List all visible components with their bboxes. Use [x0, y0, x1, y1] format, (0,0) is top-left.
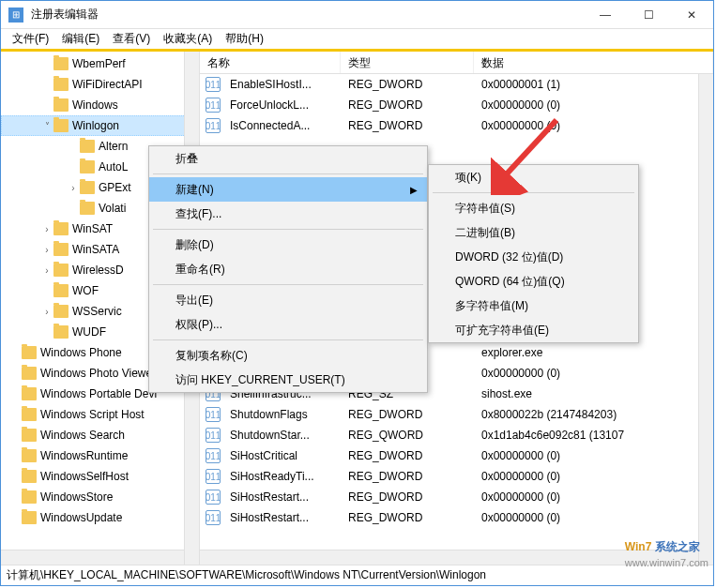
expand-arrow-icon[interactable]: ›	[40, 265, 53, 276]
folder-icon	[53, 98, 69, 112]
value-data: 0x00000000 (0)	[474, 98, 713, 112]
context-submenu-new[interactable]: 项(K)字符串值(S)二进制值(B)DWORD (32 位)值(D)QWORD …	[428, 164, 639, 343]
menu-edit[interactable]: 编辑(E)	[56, 29, 105, 49]
column-type[interactable]: 类型	[341, 52, 474, 73]
value-row[interactable]: 011 IsConnectedA... REG_DWORD 0x00000000…	[200, 115, 713, 136]
value-row[interactable]: 011 SiHostCritical REG_DWORD 0x00000000 …	[200, 445, 713, 466]
context-menu-item[interactable]: 权限(P)...	[149, 312, 427, 337]
value-row[interactable]: 011 SiHostRestart... REG_DWORD 0x0000000…	[200, 507, 713, 528]
context-submenu-item[interactable]: 二进制值(B)	[429, 220, 638, 245]
list-scrollbar-horizontal[interactable]	[200, 550, 698, 565]
tree-label: WiFiDirectAPI	[72, 78, 143, 91]
tree-item[interactable]: WbemPerf	[1, 53, 199, 74]
tree-label: WindowsSelfHost	[40, 470, 129, 483]
value-icon: 011	[206, 510, 221, 525]
value-row[interactable]: 011 SiHostReadyTi... REG_DWORD 0x0000000…	[200, 466, 713, 487]
column-data[interactable]: 数据	[474, 52, 713, 73]
tree-item[interactable]: WiFiDirectAPI	[1, 74, 199, 95]
menu-favorites[interactable]: 收藏夹(A)	[158, 29, 218, 49]
tree-item[interactable]: WindowsRuntime	[1, 445, 199, 466]
tree-label: WindowsUpdate	[40, 511, 122, 524]
minimize-button[interactable]: —	[584, 1, 627, 28]
tree-label: Windows Script Host	[40, 408, 145, 421]
value-type: REG_DWORD	[341, 78, 474, 91]
context-submenu-item[interactable]: QWORD (64 位)值(Q)	[429, 269, 638, 294]
value-icon: 011	[206, 490, 221, 505]
expand-arrow-icon[interactable]: ›	[67, 183, 80, 193]
folder-icon	[22, 511, 37, 524]
tree-label: GPExt	[99, 181, 131, 194]
expand-arrow-icon[interactable]: ›	[40, 224, 53, 234]
folder-icon	[22, 490, 37, 504]
context-menu-item[interactable]: 访问 HKEY_CURRENT_USER(T)	[149, 368, 427, 392]
tree-item[interactable]: WindowsSelfHost	[1, 466, 199, 487]
expand-arrow-icon[interactable]: ›	[40, 307, 53, 317]
folder-icon	[53, 57, 69, 70]
context-menu-item[interactable]: 折叠	[149, 146, 427, 171]
tree-item[interactable]: ˅ Winlogon	[1, 115, 199, 136]
menu-help[interactable]: 帮助(H)	[220, 29, 269, 49]
tree-item[interactable]: Windows Search	[1, 425, 199, 445]
value-icon: 011	[206, 407, 221, 422]
expand-arrow-icon[interactable]: ˅	[40, 121, 53, 131]
tree-label: Windows	[72, 98, 118, 112]
value-data: 0x8000022b (2147484203)	[474, 408, 713, 421]
tree-item[interactable]: Windows	[1, 95, 199, 115]
menu-file[interactable]: 文件(F)	[7, 29, 54, 49]
context-menu[interactable]: 折叠新建(N)▶查找(F)...删除(D)重命名(R)导出(E)权限(P)...…	[148, 145, 428, 393]
tree-scrollbar-horizontal[interactable]	[1, 550, 184, 565]
context-menu-item[interactable]: 删除(D)	[149, 233, 427, 257]
context-submenu-label: 二进制值(B)	[455, 225, 515, 241]
value-type: REG_DWORD	[341, 449, 474, 462]
window-title: 注册表编辑器	[31, 7, 584, 23]
context-menu-item[interactable]: 查找(F)...	[149, 202, 427, 226]
list-scrollbar-vertical[interactable]	[698, 74, 713, 565]
context-submenu-item[interactable]: 可扩充字符串值(E)	[429, 318, 638, 342]
titlebar[interactable]: ⊞ 注册表编辑器 — ☐ ✕	[1, 1, 713, 29]
value-data: 0x00000000 (0)	[474, 470, 713, 483]
value-type: REG_DWORD	[341, 490, 474, 504]
value-data: 0x00000000 (0)	[474, 119, 713, 132]
folder-icon	[53, 222, 69, 235]
value-name: IsConnectedA...	[222, 119, 341, 132]
menu-view[interactable]: 查看(V)	[107, 29, 156, 49]
value-row[interactable]: 011 ForceUnlockL... REG_DWORD 0x00000000…	[200, 95, 713, 115]
folder-icon	[53, 325, 69, 339]
context-menu-label: 折叠	[175, 151, 198, 167]
context-submenu-item[interactable]: 多字符串值(M)	[429, 294, 638, 318]
tree-label: WSServic	[72, 305, 122, 318]
expand-arrow-icon[interactable]: ›	[40, 245, 53, 255]
close-button[interactable]: ✕	[670, 1, 713, 28]
value-name: SiHostRestart...	[222, 511, 341, 524]
context-menu-item[interactable]: 新建(N)▶	[149, 177, 427, 202]
column-name[interactable]: 名称	[200, 52, 341, 73]
context-submenu-item[interactable]: 项(K)	[429, 165, 638, 189]
list-header[interactable]: 名称 类型 数据	[200, 52, 713, 74]
context-submenu-label: QWORD (64 位)值(Q)	[455, 274, 565, 290]
value-type: REG_DWORD	[341, 119, 474, 132]
folder-icon	[22, 408, 37, 421]
context-menu-item[interactable]: 重命名(R)	[149, 257, 427, 281]
value-row[interactable]: 011 EnableSIHostI... REG_DWORD 0x0000000…	[200, 74, 713, 95]
maximize-button[interactable]: ☐	[627, 1, 670, 28]
value-type: REG_DWORD	[341, 470, 474, 483]
context-menu-label: 重命名(R)	[175, 262, 225, 278]
value-row[interactable]: 011 ShutdownFlags REG_DWORD 0x8000022b (…	[200, 404, 713, 425]
folder-icon	[53, 264, 69, 277]
value-type: REG_QWORD	[341, 429, 474, 442]
value-icon: 011	[206, 428, 221, 443]
tree-label: WOF	[72, 284, 99, 297]
context-menu-item[interactable]: 导出(E)	[149, 288, 427, 312]
value-name: EnableSIHostI...	[222, 78, 341, 91]
context-menu-item[interactable]: 复制项名称(C)	[149, 343, 427, 368]
tree-label: Winlogon	[72, 119, 119, 132]
value-row[interactable]: 011 ShutdownStar... REG_QWORD 0x1d1ab4c6…	[200, 425, 713, 445]
context-submenu-label: 多字符串值(M)	[455, 298, 528, 314]
tree-item[interactable]: Windows Script Host	[1, 404, 199, 425]
value-row[interactable]: 011 SiHostRestart... REG_DWORD 0x0000000…	[200, 487, 713, 507]
tree-item[interactable]: WindowsStore	[1, 487, 199, 507]
tree-item[interactable]: WindowsUpdate	[1, 507, 199, 528]
context-submenu-item[interactable]: 字符串值(S)	[429, 196, 638, 220]
folder-icon	[22, 449, 37, 462]
context-submenu-item[interactable]: DWORD (32 位)值(D)	[429, 245, 638, 269]
